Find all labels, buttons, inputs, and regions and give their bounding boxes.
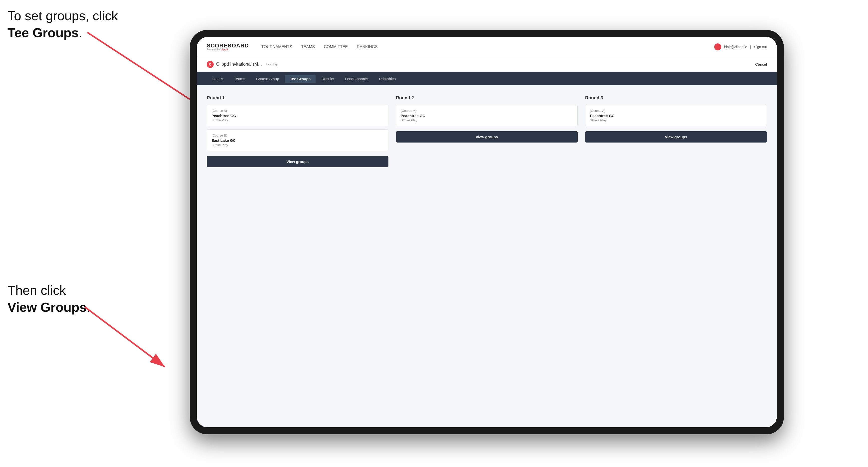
round-2-course-a-format: Stroke Play <box>401 118 573 122</box>
tournament-bar: C Clippd Invitational (M... Hosting Canc… <box>197 57 777 72</box>
round-2-course-a-label: (Course A) <box>401 109 573 113</box>
round-2-column: Round 2 (Course A) Peachtree GC Stroke P… <box>396 95 578 167</box>
tab-tee-groups[interactable]: Tee Groups <box>285 74 315 83</box>
arrow-view-groups <box>60 294 185 382</box>
tab-details[interactable]: Details <box>207 74 228 83</box>
tournament-title: C Clippd Invitational (M... Hosting <box>207 61 277 68</box>
top-nav-links: TOURNAMENTS TEAMS COMMITTEE RANKINGS <box>261 45 702 49</box>
round-3-course-a-name: Peachtree GC <box>590 114 762 118</box>
cancel-button[interactable]: Cancel <box>755 62 767 66</box>
nav-committee[interactable]: COMMITTEE <box>324 45 348 49</box>
tournament-name: Clippd Invitational (M... <box>216 62 262 67</box>
round-1-course-b-card: (Course B) East Lake GC Stroke Play <box>207 129 389 151</box>
round-1-course-a-card: (Course A) Peachtree GC Stroke Play <box>207 104 389 126</box>
nav-rankings[interactable]: RANKINGS <box>357 45 378 49</box>
round-2-title: Round 2 <box>396 95 578 101</box>
round-3-course-a-format: Stroke Play <box>590 118 762 122</box>
user-avatar <box>714 43 721 51</box>
nav-tournaments[interactable]: TOURNAMENTS <box>261 45 292 49</box>
round-2-view-groups-button[interactable]: View groups <box>396 131 578 143</box>
tab-printables[interactable]: Printables <box>374 74 401 83</box>
tablet-screen: SCOREBOARD Powered by clippit TOURNAMENT… <box>197 37 777 427</box>
tab-leaderboards[interactable]: Leaderboards <box>340 74 373 83</box>
round-1-course-b-label: (Course B) <box>212 133 384 137</box>
top-nav: SCOREBOARD Powered by clippit TOURNAMENT… <box>197 37 777 57</box>
main-content: Round 1 (Course A) Peachtree GC Stroke P… <box>197 85 777 427</box>
logo-text: SCOREBOARD <box>207 43 249 49</box>
tab-bar: Details Teams Course Setup Tee Groups Re… <box>197 72 777 85</box>
round-1-course-b-name: East Lake GC <box>212 138 384 143</box>
round-1-view-groups-button[interactable]: View groups <box>207 156 389 167</box>
round-1-course-a-label: (Course A) <box>212 109 384 113</box>
round-2-course-a-card: (Course A) Peachtree GC Stroke Play <box>396 104 578 126</box>
top-nav-right: blair@clippd.io | Sign out <box>714 43 767 51</box>
round-1-title: Round 1 <box>207 95 389 101</box>
user-email: blair@clippd.io <box>724 45 747 49</box>
nav-teams[interactable]: TEAMS <box>301 45 315 49</box>
round-1-column: Round 1 (Course A) Peachtree GC Stroke P… <box>207 95 389 167</box>
logo: SCOREBOARD Powered by clippit <box>207 43 249 51</box>
round-3-view-groups-button[interactable]: View groups <box>585 131 767 143</box>
hosting-badge: Hosting <box>266 62 277 66</box>
round-3-column: Round 3 (Course A) Peachtree GC Stroke P… <box>585 95 767 167</box>
round-1-course-a-format: Stroke Play <box>212 118 384 122</box>
sign-out-link[interactable]: Sign out <box>754 45 767 49</box>
round-1-course-a-name: Peachtree GC <box>212 114 384 118</box>
tablet: SCOREBOARD Powered by clippit TOURNAMENT… <box>190 30 784 434</box>
round-3-course-a-label: (Course A) <box>590 109 762 113</box>
rounds-container: Round 1 (Course A) Peachtree GC Stroke P… <box>207 95 767 167</box>
tournament-logo: C <box>207 61 214 68</box>
round-2-course-a-name: Peachtree GC <box>401 114 573 118</box>
logo-sub: Powered by clippit <box>207 49 249 51</box>
round-1-course-b-format: Stroke Play <box>212 143 384 147</box>
tab-results[interactable]: Results <box>316 74 339 83</box>
separator: | <box>750 45 751 49</box>
svg-line-3 <box>85 307 165 367</box>
logo-brand: clippit <box>221 48 228 51</box>
round-3-title: Round 3 <box>585 95 767 101</box>
tab-teams[interactable]: Teams <box>229 74 250 83</box>
tab-course-setup[interactable]: Course Setup <box>251 74 284 83</box>
round-3-course-a-card: (Course A) Peachtree GC Stroke Play <box>585 104 767 126</box>
